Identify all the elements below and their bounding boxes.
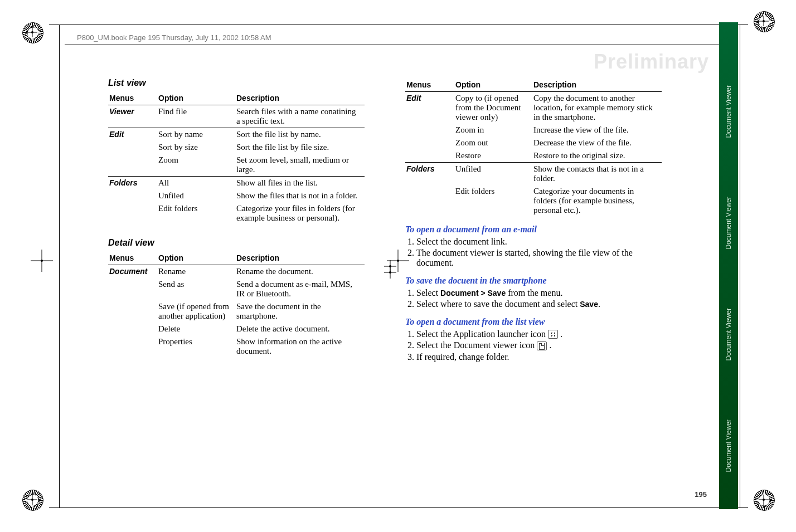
menu-cell: Edit bbox=[108, 128, 157, 141]
procedure-heading: To save the docuent in the smartphone bbox=[405, 276, 662, 286]
step: Select the Document viewer icon . bbox=[416, 340, 662, 350]
th-menus: Menus bbox=[405, 78, 454, 92]
step: The document viewer is started, showing … bbox=[416, 248, 662, 268]
side-tab-label: Document Viewer bbox=[725, 85, 732, 138]
option-cell: Send as bbox=[157, 278, 235, 300]
option-cell: Sort by name bbox=[157, 128, 235, 141]
procedure-steps: Select Document > Save from the menu. Se… bbox=[405, 288, 662, 309]
desc-cell: Rename the document. bbox=[235, 265, 365, 279]
app-launcher-icon bbox=[548, 330, 558, 339]
desc-cell: Search files with a name conatining a sp… bbox=[235, 105, 365, 128]
option-cell: Zoom out bbox=[454, 136, 532, 149]
menu-cell: Folders bbox=[108, 177, 157, 190]
option-cell: Zoom in bbox=[454, 124, 532, 136]
desc-cell: Sort the file list by name. bbox=[235, 128, 365, 141]
option-cell: Zoom bbox=[157, 154, 235, 177]
option-cell: Copy to (if opened from the Document vie… bbox=[454, 92, 532, 124]
th-menus: Menus bbox=[108, 251, 157, 265]
th-option: Option bbox=[454, 78, 532, 92]
option-cell: Save (if opened from another application… bbox=[157, 300, 235, 323]
procedure-heading: To open a document from the list view bbox=[405, 317, 662, 327]
th-menus: Menus bbox=[108, 91, 157, 105]
menu-cell: Edit bbox=[405, 92, 454, 124]
side-tab-label: Document Viewer bbox=[725, 419, 732, 472]
desc-cell: Show all files in the list. bbox=[235, 177, 365, 190]
option-cell: Properties bbox=[157, 335, 235, 358]
side-tab-label: Document Viewer bbox=[725, 197, 732, 250]
side-tab-label: Document Viewer bbox=[725, 308, 732, 361]
option-cell: All bbox=[157, 177, 235, 190]
desc-cell: Send a document as e-mail, MMS, IR or Bl… bbox=[235, 278, 365, 300]
desc-cell: Set zoom level, small, medium or large. bbox=[235, 154, 365, 177]
procedure-steps: Select the document link. The document v… bbox=[405, 237, 662, 268]
section-title-detail-view: Detail view bbox=[108, 238, 365, 248]
running-header: P800_UM.book Page 195 Thursday, July 11,… bbox=[77, 33, 271, 42]
option-cell: Unfiled bbox=[454, 163, 532, 186]
step: Select Document > Save from the menu. bbox=[416, 288, 662, 298]
menu-cell: Document bbox=[108, 265, 157, 279]
step: Select where to save the document and se… bbox=[416, 299, 662, 309]
menu-cell: Folders bbox=[405, 163, 454, 186]
desc-cell: Increase the view of the file. bbox=[532, 124, 662, 136]
list-view-table: Menus Option Description Viewer Find fil… bbox=[108, 91, 365, 224]
desc-cell: Show information on the active document. bbox=[235, 335, 365, 358]
desc-cell: Categorize your files in folders (for ex… bbox=[235, 202, 365, 224]
detail-view-table-cont: Menus Option Description Edit Copy to (i… bbox=[405, 78, 662, 217]
step: Select the document link. bbox=[416, 237, 662, 247]
desc-cell: Show the contacts that is not in a folde… bbox=[532, 163, 662, 186]
section-title-list-view: List view bbox=[108, 78, 365, 88]
option-cell: Unfiled bbox=[157, 189, 235, 202]
desc-cell: Delete the active document. bbox=[235, 323, 365, 335]
step: Select the Application launcher icon . bbox=[416, 329, 662, 339]
desc-cell: Save the document in the smartphone. bbox=[235, 300, 365, 323]
option-cell: Restore bbox=[454, 149, 532, 163]
side-tab-strip: Document Viewer Document Viewer Document… bbox=[719, 22, 738, 509]
th-desc: Description bbox=[532, 78, 662, 92]
procedure-steps: Select the Application launcher icon . S… bbox=[405, 329, 662, 362]
th-desc: Description bbox=[235, 91, 365, 105]
step: If required, change folder. bbox=[416, 352, 662, 362]
th-option: Option bbox=[157, 91, 235, 105]
th-option: Option bbox=[157, 251, 235, 265]
option-cell: Delete bbox=[157, 323, 235, 335]
option-cell: Find file bbox=[157, 105, 235, 128]
desc-cell: Copy the document to another location, f… bbox=[532, 92, 662, 124]
option-cell: Edit folders bbox=[454, 185, 532, 217]
page-number: 195 bbox=[695, 490, 707, 499]
detail-view-table: Menus Option Description Document Rename… bbox=[108, 251, 365, 358]
desc-cell: Categorize your documents in folders (fo… bbox=[532, 185, 662, 217]
desc-cell: Show the files that is not in a folder. bbox=[235, 189, 365, 202]
document-viewer-icon bbox=[537, 341, 547, 350]
desc-cell: Decrease the view of the file. bbox=[532, 136, 662, 149]
option-cell: Sort by size bbox=[157, 141, 235, 154]
desc-cell: Sort the file list by file size. bbox=[235, 141, 365, 154]
option-cell: Edit folders bbox=[157, 202, 235, 224]
option-cell: Rename bbox=[157, 265, 235, 279]
desc-cell: Restore to the original size. bbox=[532, 149, 662, 163]
th-desc: Description bbox=[235, 251, 365, 265]
watermark-text: Preliminary bbox=[594, 50, 709, 74]
procedure-heading: To open a document from an e-mail bbox=[405, 224, 662, 235]
menu-cell: Viewer bbox=[108, 105, 157, 128]
